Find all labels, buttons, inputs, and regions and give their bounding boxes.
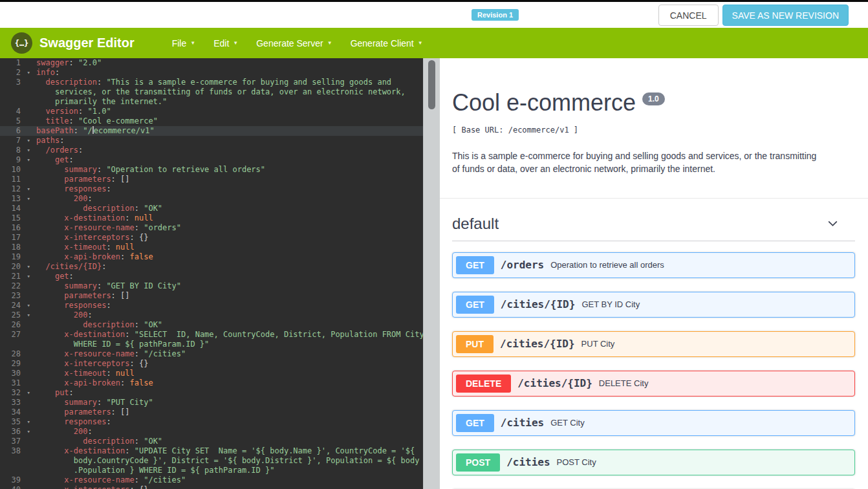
editor-gutter-cell: 22	[0, 281, 31, 291]
editor-line[interactable]: 24▾ responses:	[0, 301, 423, 310]
operation-row-get[interactable]: GET/cities/{ID}GET BY ID City	[452, 292, 855, 318]
menu-generate-server[interactable]: Generate Server▼	[247, 34, 341, 52]
fold-arrow-icon[interactable]: ▾	[27, 310, 30, 320]
editor-line[interactable]: 9▾ get:	[0, 155, 423, 165]
editor-line[interactable]: 6basePath: "/ecommerce/v1"	[0, 126, 423, 136]
fold-arrow-icon[interactable]: ▾	[27, 194, 30, 204]
editor-line[interactable]: 26 description: "OK"	[0, 320, 423, 330]
operation-row-post[interactable]: POST/citiesPOST City	[452, 450, 855, 475]
editor-line[interactable]: 20▾ /cities/{ID}:	[0, 262, 423, 272]
editor-line[interactable]: 37 description: "OK"	[0, 437, 423, 446]
cancel-button[interactable]: CANCEL	[658, 5, 719, 26]
save-as-new-revision-button[interactable]: SAVE AS NEW REVISION	[722, 5, 849, 26]
method-badge: PUT	[456, 335, 494, 353]
editor-line[interactable]: 38 x-destination: "UPDATE City SET Name …	[0, 446, 423, 456]
editor-line[interactable]: 28 x-resource-name: "/cities"	[0, 349, 423, 359]
line-number: 19	[0, 252, 21, 262]
yaml-editor-pane[interactable]: 1swagger: "2.0"2▾info:3 description: "Th…	[0, 58, 440, 489]
operation-path: /cities/{ID}	[517, 377, 592, 389]
editor-gutter-cell: 31	[0, 378, 31, 388]
editor-gutter-cell: 7▾	[0, 136, 31, 146]
menu-generate-client[interactable]: Generate Client▼	[342, 34, 432, 52]
code-text: 200:	[31, 194, 423, 204]
editor-line[interactable]: 30 x-timeout: null	[0, 369, 423, 378]
editor-line[interactable]: 8▾ /orders:	[0, 146, 423, 155]
code-text: x-resource-name: "orders"	[31, 223, 423, 233]
editor-line[interactable]: 19 x-api-broken: false	[0, 252, 423, 262]
editor-line[interactable]: 13▾ 200:	[0, 194, 423, 204]
code-text: x-interceptors: {}	[31, 233, 423, 243]
operation-row-get[interactable]: GET/ordersOperation to retrieve all orde…	[452, 252, 855, 278]
fold-arrow-icon[interactable]: ▾	[27, 301, 30, 310]
fold-arrow-icon[interactable]: ▾	[27, 146, 30, 155]
editor-rows[interactable]: 1swagger: "2.0"2▾info:3 description: "Th…	[0, 58, 423, 489]
editor-line[interactable]: 39 x-resource-name: "/cities"	[0, 475, 423, 485]
editor-scrollbar-thumb[interactable]	[428, 60, 435, 109]
editor-line[interactable]: 1swagger: "2.0"	[0, 58, 423, 68]
editor-line[interactable]: primarily the internet."	[0, 97, 423, 107]
editor-gutter-cell: 26	[0, 320, 31, 330]
editor-line[interactable]: 14 description: "OK"	[0, 204, 423, 213]
editor-line[interactable]: 35▾ responses:	[0, 417, 423, 427]
tag-section-default: default GET/ordersOperation to retrieve …	[440, 199, 868, 489]
editor-line[interactable]: 11 parameters: []	[0, 175, 423, 184]
editor-line[interactable]: 12▾ responses:	[0, 184, 423, 194]
editor-gutter-cell: 11	[0, 175, 31, 184]
tag-section-header[interactable]: default	[452, 208, 855, 241]
editor-line[interactable]: 16 x-resource-name: "orders"	[0, 223, 423, 233]
menu-file[interactable]: File▼	[163, 34, 204, 52]
editor-line[interactable]: 23 parameters: []	[0, 291, 423, 301]
editor-scrollbar[interactable]	[423, 58, 440, 489]
editor-line[interactable]: 34 parameters: []	[0, 408, 423, 417]
chevron-down-icon[interactable]	[826, 217, 840, 230]
editor-line[interactable]: 31 x-api-broken: false	[0, 378, 423, 388]
editor-gutter-cell: 34	[0, 408, 31, 417]
fold-arrow-icon[interactable]: ▾	[27, 136, 30, 146]
fold-arrow-icon[interactable]: ▾	[27, 155, 30, 165]
editor-line[interactable]: .Population } WHERE ID = ${ pathParam.ID…	[0, 466, 423, 475]
operation-row-get[interactable]: GET/citiesGET City	[452, 410, 855, 436]
menu-bar: File▼Edit▼Generate Server▼Generate Clien…	[163, 34, 432, 52]
fold-arrow-icon[interactable]: ▾	[27, 184, 30, 194]
editor-line[interactable]: 3 description: "This is a sample e-comme…	[0, 78, 423, 87]
code-text: x-destination: "SELECT ID, Name, Country…	[31, 330, 423, 340]
editor-line[interactable]: 2▾info:	[0, 68, 423, 78]
fold-arrow-icon[interactable]: ▾	[27, 272, 30, 281]
editor-gutter-cell: 1	[0, 58, 31, 68]
fold-arrow-icon[interactable]: ▾	[27, 388, 30, 398]
editor-line[interactable]: 7▾paths:	[0, 136, 423, 146]
code-text: x-interceptors: {}	[31, 485, 423, 489]
editor-line[interactable]: WHERE ID = ${ pathParam.ID }"	[0, 340, 423, 349]
fold-arrow-icon[interactable]: ▾	[27, 68, 30, 78]
editor-line[interactable]: 5 title: "Cool e-commerce"	[0, 116, 423, 126]
editor-line[interactable]: 10 summary: "Operation to retrieve all o…	[0, 165, 423, 175]
fold-arrow-icon[interactable]: ▾	[27, 262, 30, 272]
code-text: x-api-broken: false	[31, 252, 423, 262]
operation-row-delete[interactable]: DELETE/cities/{ID}DELETE City	[452, 371, 855, 397]
editor-line[interactable]: 33 summary: "PUT City"	[0, 398, 423, 408]
editor-line[interactable]: 15 x-destination: null	[0, 213, 423, 223]
editor-line[interactable]: 32▾ put:	[0, 388, 423, 398]
editor-line[interactable]: 21▾ get:	[0, 272, 423, 281]
editor-line[interactable]: body.CountryCode }', District = '${ body…	[0, 456, 423, 466]
editor-line[interactable]: 17 x-interceptors: {}	[0, 233, 423, 243]
fold-arrow-icon[interactable]: ▾	[27, 427, 30, 437]
menu-edit[interactable]: Edit▼	[204, 34, 247, 52]
editor-line[interactable]: 22 summary: "GET BY ID City"	[0, 281, 423, 291]
editor-line[interactable]: 18 x-timeout: null	[0, 243, 423, 252]
operation-row-put[interactable]: PUT/cities/{ID}PUT City	[452, 331, 855, 357]
editor-line[interactable]: 40 x-interceptors: {}	[0, 485, 423, 489]
code-text: x-resource-name: "/cities"	[31, 475, 423, 485]
code-text: x-destination: "UPDATE City SET Name = '…	[31, 446, 423, 456]
fold-arrow-icon[interactable]: ▾	[27, 417, 30, 427]
editor-line[interactable]: 25▾ 200:	[0, 310, 423, 320]
editor-gutter-cell: 12▾	[0, 184, 31, 194]
editor-line[interactable]: 29 x-interceptors: {}	[0, 359, 423, 369]
line-number: 10	[0, 165, 21, 175]
editor-line[interactable]: 36▾ 200:	[0, 427, 423, 437]
editor-gutter-cell: 8▾	[0, 146, 31, 155]
editor-line[interactable]: services, or the transmitting of funds o…	[0, 87, 423, 97]
editor-line[interactable]: 4 version: "1.0"	[0, 107, 423, 116]
editor-line[interactable]: 27 x-destination: "SELECT ID, Name, Coun…	[0, 330, 423, 340]
line-number: 40	[0, 485, 21, 489]
